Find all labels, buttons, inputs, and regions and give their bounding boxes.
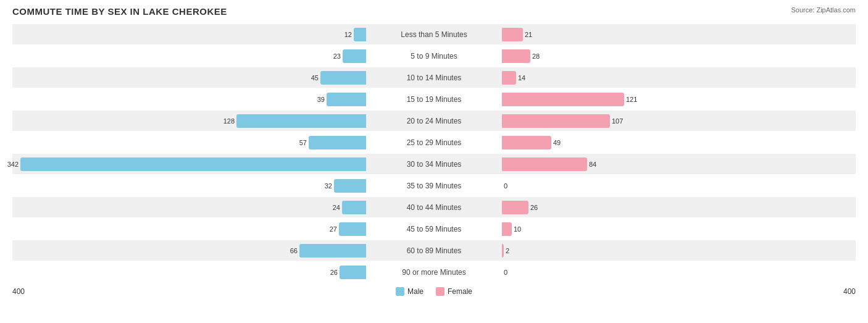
chart-footer: 400 Male Female 400 [12,287,856,296]
table-row: 34230 to 34 Minutes84 [12,154,856,174]
row-label: 60 to 89 Minutes [366,246,502,255]
female-section: 0 [502,262,856,282]
male-value: 128 [223,117,235,125]
male-value: 26 [330,269,338,276]
row-label: 30 to 34 Minutes [366,160,502,169]
female-section: 10 [502,219,856,239]
male-bar [299,244,366,258]
male-bar [20,157,366,171]
legend-male-box [396,287,404,296]
legend-male: Male [396,287,424,296]
female-value: 28 [532,52,540,60]
female-value: 0 [504,269,507,276]
female-value: 49 [553,139,561,146]
row-label: 35 to 39 Minutes [366,182,502,190]
female-section: 107 [502,111,856,131]
male-value: 39 [317,96,325,103]
row-label: 20 to 24 Minutes [366,117,502,125]
legend: Male Female [396,287,472,296]
row-label: Less than 5 Minutes [366,30,502,39]
female-value: 14 [518,74,525,82]
female-section: 26 [502,197,856,217]
male-section: 23 [12,46,366,66]
male-section: 128 [12,111,366,131]
female-section: 2 [502,240,856,261]
male-section: 45 [12,67,366,88]
male-value: 23 [333,52,341,60]
male-value: 12 [344,31,352,38]
female-value: 107 [612,117,623,125]
male-section: 26 [12,262,366,282]
table-row: 2440 to 44 Minutes26 [12,197,856,217]
female-bar [502,157,587,171]
legend-female-label: Female [448,287,472,296]
table-row: 2690 or more Minutes0 [12,262,856,282]
legend-female: Female [436,287,472,296]
row-label: 40 to 44 Minutes [366,203,502,212]
row-label: 5 to 9 Minutes [366,52,502,61]
table-row: 3235 to 39 Minutes0 [12,175,856,196]
male-value: 66 [290,247,298,254]
chart-header: COMMUTE TIME BY SEX IN LAKE CHEROKEE Sou… [12,6,856,17]
table-row: 235 to 9 Minutes28 [12,46,856,66]
legend-female-box [436,287,444,296]
legend-male-label: Male [407,287,424,296]
table-row: 4510 to 14 Minutes14 [12,67,856,88]
male-bar [339,222,366,236]
female-section: 49 [502,132,856,153]
table-row: 5725 to 29 Minutes49 [12,132,856,153]
male-bar [354,28,366,41]
female-bar [502,136,551,149]
female-value: 2 [506,247,509,254]
male-section: 57 [12,132,366,153]
female-section: 28 [502,46,856,66]
male-value: 342 [7,161,19,168]
row-label: 10 to 14 Minutes [366,73,502,82]
female-bar [502,28,523,41]
female-bar [502,93,624,106]
male-value: 24 [333,204,340,211]
male-bar [343,49,366,63]
footer-left-value: 400 [12,287,49,296]
male-section: 66 [12,240,366,261]
female-bar [502,71,516,85]
male-value: 27 [330,225,337,233]
female-value: 0 [504,182,507,190]
chart-source: Source: ZipAtlas.com [791,6,856,14]
female-value: 84 [589,161,596,168]
male-section: 24 [12,197,366,217]
chart-container: COMMUTE TIME BY SEX IN LAKE CHEROKEE Sou… [12,6,856,296]
female-value: 10 [514,225,521,233]
female-section: 21 [502,24,856,44]
male-bar [236,114,366,128]
male-bar [342,201,366,214]
male-value: 57 [299,139,307,146]
female-bar [502,201,528,214]
chart-title: COMMUTE TIME BY SEX IN LAKE CHEROKEE [12,6,227,17]
female-value: 26 [530,204,538,211]
table-row: 6660 to 89 Minutes2 [12,240,856,261]
male-bar [340,266,366,279]
table-row: 12Less than 5 Minutes21 [12,24,856,44]
female-section: 0 [502,175,856,196]
row-label: 15 to 19 Minutes [366,95,502,104]
row-label: 90 or more Minutes [366,268,502,277]
female-value: 21 [525,31,532,38]
row-label: 25 to 29 Minutes [366,138,502,147]
male-bar [320,71,366,85]
female-section: 84 [502,154,856,174]
table-row: 3915 to 19 Minutes121 [12,89,856,109]
male-bar [334,179,366,193]
female-bar [502,114,610,128]
male-section: 32 [12,175,366,196]
female-bar [502,244,504,258]
male-value: 45 [311,74,319,82]
male-section: 342 [12,154,366,174]
table-row: 12820 to 24 Minutes107 [12,111,856,131]
male-section: 39 [12,89,366,109]
male-section: 27 [12,219,366,239]
chart-area: 12Less than 5 Minutes21235 to 9 Minutes2… [12,24,856,282]
female-bar [502,49,530,63]
female-bar [502,222,512,236]
male-bar [327,93,366,106]
